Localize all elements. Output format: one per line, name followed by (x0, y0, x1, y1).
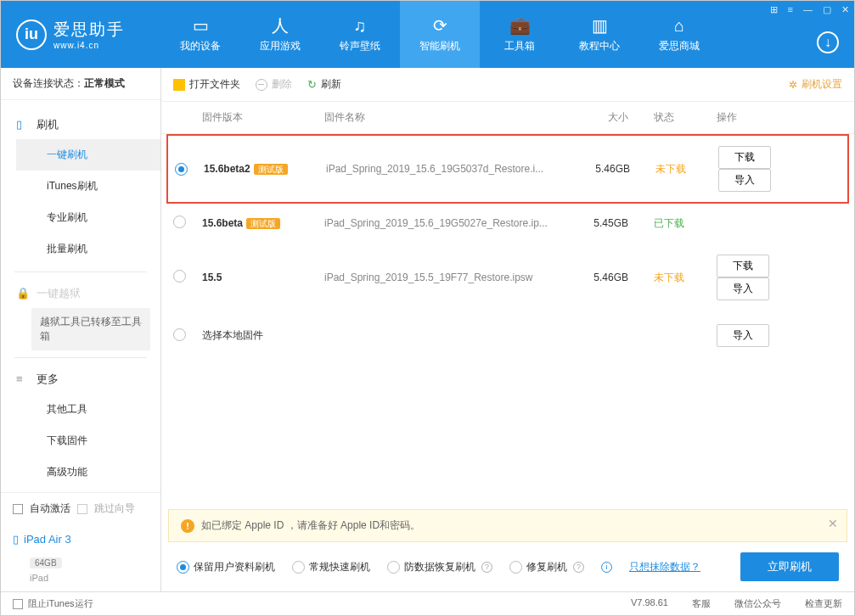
beta-badge: 测试版 (254, 164, 288, 175)
music-icon: ♫ (350, 15, 370, 36)
store-icon: ⌂ (669, 15, 689, 36)
help-icon[interactable]: ? (573, 562, 584, 573)
body: 设备连接状态：正常模式 ▯ 刷机 一键刷机 iTunes刷机 专业刷机 批量刷机… (1, 68, 854, 591)
footer: 阻止iTunes运行 V7.98.61 客服 微信公众号 检查更新 (1, 591, 854, 615)
win-grid-icon[interactable]: ⊞ (770, 4, 778, 15)
import-button[interactable]: 导入 (717, 277, 769, 300)
radio-icon (292, 561, 305, 574)
radio-icon[interactable] (175, 163, 188, 176)
radio-icon[interactable] (173, 328, 186, 341)
block-itunes-checkbox[interactable] (13, 599, 23, 609)
radio-icon (387, 561, 400, 574)
app-url: www.i4.cn (53, 41, 125, 50)
firmware-table: 15.6beta2测试版iPad_Spring_2019_15.6_19G503… (161, 134, 854, 509)
phone-icon: ▯ (16, 118, 30, 132)
sidebar-download-fw[interactable]: 下载固件 (16, 425, 160, 456)
opt-repair[interactable]: 修复刷机? (509, 560, 584, 574)
storage-badge: 64GB (30, 557, 62, 568)
import-button[interactable]: 导入 (717, 324, 769, 347)
downloads-icon[interactable]: ↓ (817, 31, 839, 53)
toolbar: 打开文件夹 删除 ↻刷新 ✲刷机设置 (161, 68, 854, 102)
opt-fast[interactable]: 常规快速刷机 (292, 560, 370, 574)
book-icon: ▥ (589, 15, 610, 36)
skip-wizard-checkbox[interactable] (77, 504, 87, 514)
tablet-icon: ▯ (13, 533, 19, 546)
nav-mydevice[interactable]: ▭我的设备 (160, 1, 240, 68)
beta-badge: 测试版 (246, 218, 280, 229)
jailbreak-note: 越狱工具已转移至工具箱 (31, 308, 150, 350)
opt-retain[interactable]: 保留用户资料刷机 (177, 560, 275, 574)
main: 打开文件夹 删除 ↻刷新 ✲刷机设置 固件版本 固件名称 大小 状态 操作 15… (161, 68, 854, 591)
radio-icon (177, 561, 189, 574)
device-type: iPad (1, 573, 160, 591)
gear-icon: ✲ (789, 79, 797, 91)
device-info[interactable]: ▯ iPad Air 3 (1, 524, 160, 554)
flash-icon: ⟳ (430, 15, 450, 36)
refresh-button[interactable]: ↻刷新 (307, 77, 341, 92)
table-row[interactable]: 15.5iPad_Spring_2019_15.5_19F77_Restore.… (161, 243, 854, 312)
sidebar-advanced[interactable]: 高级功能 (16, 456, 160, 488)
help-icon[interactable]: ? (481, 562, 492, 573)
win-close-icon[interactable]: ✕ (841, 4, 849, 15)
flash-now-button[interactable]: 立即刷机 (740, 552, 839, 581)
footer-update[interactable]: 检查更新 (805, 597, 842, 610)
local-firmware-row[interactable]: 选择本地固件导入 (161, 312, 854, 359)
download-button[interactable]: 下载 (718, 146, 771, 169)
toolbox-icon: 💼 (509, 15, 530, 36)
flash-settings-button[interactable]: ✲刷机设置 (789, 77, 842, 92)
flash-section-header[interactable]: ▯ 刷机 (1, 110, 160, 139)
sidebar-pro-flash[interactable]: 专业刷机 (16, 202, 160, 233)
divider (14, 357, 147, 358)
radio-icon[interactable] (173, 216, 186, 228)
sidebar: 设备连接状态：正常模式 ▯ 刷机 一键刷机 iTunes刷机 专业刷机 批量刷机… (1, 68, 161, 591)
logo-area: iu 爱思助手 www.i4.cn (1, 1, 160, 68)
opt-anti[interactable]: 防数据恢复刷机? (387, 560, 492, 574)
delete-button[interactable]: 删除 (256, 77, 292, 92)
version-label: V7.98.61 (631, 597, 668, 610)
nav-apps[interactable]: 人应用游戏 (240, 1, 320, 68)
erase-link[interactable]: 只想抹除数据？ (629, 560, 700, 574)
flash-options: 保留用户资料刷机 常规快速刷机 防数据恢复刷机? 修复刷机? i 只想抹除数据？… (161, 542, 854, 591)
sidebar-oneclick-flash[interactable]: 一键刷机 (16, 139, 160, 171)
win-max-icon[interactable]: ▢ (823, 4, 831, 15)
nav-store[interactable]: ⌂爱思商城 (639, 1, 719, 68)
win-menu-icon[interactable]: ≡ (788, 4, 793, 15)
footer-wechat[interactable]: 微信公众号 (734, 597, 781, 610)
nav-tabs: ▭我的设备 人应用游戏 ♫铃声壁纸 ⟳智能刷机 💼工具箱 ▥教程中心 ⌂爱思商城 (160, 1, 719, 68)
table-row[interactable]: 15.6beta测试版iPad_Spring_2019_15.6_19G5027… (161, 204, 854, 243)
open-folder-button[interactable]: 打开文件夹 (173, 77, 240, 92)
download-button[interactable]: 下载 (717, 255, 769, 277)
nav-flash[interactable]: ⟳智能刷机 (400, 1, 480, 68)
nav-tools[interactable]: 💼工具箱 (480, 1, 560, 68)
sidebar-other-tools[interactable]: 其他工具 (16, 394, 160, 425)
win-min-icon[interactable]: — (803, 4, 813, 15)
import-button[interactable]: 导入 (718, 169, 771, 192)
warning-icon: ! (181, 519, 194, 533)
warning-bar: ! 如已绑定 Apple ID ，请准备好 Apple ID和密码。 ✕ (168, 509, 847, 542)
jailbreak-section-header: 🔒 一键越狱 (1, 279, 160, 308)
device-icon: ▭ (190, 15, 211, 36)
auto-activate-row: 自动激活 跳过向导 (1, 493, 160, 524)
delete-icon (256, 79, 267, 91)
sidebar-batch-flash[interactable]: 批量刷机 (16, 233, 160, 265)
table-header: 固件版本 固件名称 大小 状态 操作 (161, 102, 854, 134)
apps-icon: 人 (270, 15, 290, 36)
radio-icon[interactable] (173, 270, 186, 283)
close-icon[interactable]: ✕ (828, 517, 838, 530)
auto-activate-checkbox[interactable] (13, 504, 23, 514)
folder-icon (173, 79, 185, 91)
menu-icon: ≡ (16, 372, 30, 386)
radio-icon (509, 561, 522, 574)
nav-ringtones[interactable]: ♫铃声壁纸 (320, 1, 400, 68)
footer-support[interactable]: 客服 (692, 597, 711, 610)
refresh-icon: ↻ (307, 78, 317, 91)
table-row[interactable]: 15.6beta2测试版iPad_Spring_2019_15.6_19G503… (166, 134, 849, 204)
logo-icon: iu (16, 20, 47, 50)
more-section-header[interactable]: ≡ 更多 (1, 365, 160, 394)
sidebar-itunes-flash[interactable]: iTunes刷机 (16, 171, 160, 202)
window-controls: ⊞ ≡ — ▢ ✕ (770, 4, 849, 15)
app-name: 爱思助手 (53, 20, 125, 38)
info-icon: i (601, 562, 612, 573)
nav-tutorials[interactable]: ▥教程中心 (560, 1, 639, 68)
lock-icon: 🔒 (16, 287, 30, 300)
